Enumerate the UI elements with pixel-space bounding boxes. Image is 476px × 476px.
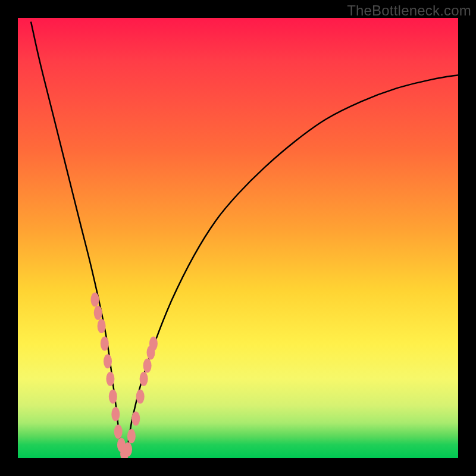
observed-points-markers	[91, 293, 158, 458]
watermark-text: TheBottleneck.com	[347, 2, 471, 19]
observed-point-marker	[94, 306, 102, 320]
observed-point-marker	[149, 337, 158, 351]
observed-point-marker	[111, 407, 120, 421]
observed-point-marker	[127, 429, 136, 443]
chart-svg	[18, 18, 458, 458]
observed-point-marker	[98, 319, 106, 333]
observed-point-marker	[124, 442, 132, 456]
observed-point-marker	[131, 411, 140, 425]
observed-point-marker	[104, 354, 112, 368]
observed-point-marker	[140, 372, 148, 386]
observed-point-marker	[101, 337, 109, 351]
observed-point-marker	[136, 389, 145, 403]
observed-point-marker	[91, 293, 99, 307]
observed-point-marker	[143, 359, 152, 373]
observed-point-marker	[109, 389, 117, 403]
bottleneck-curve-line	[31, 22, 458, 458]
observed-point-marker	[106, 372, 114, 386]
observed-point-marker	[114, 425, 123, 439]
chart-plot-area	[18, 18, 458, 458]
